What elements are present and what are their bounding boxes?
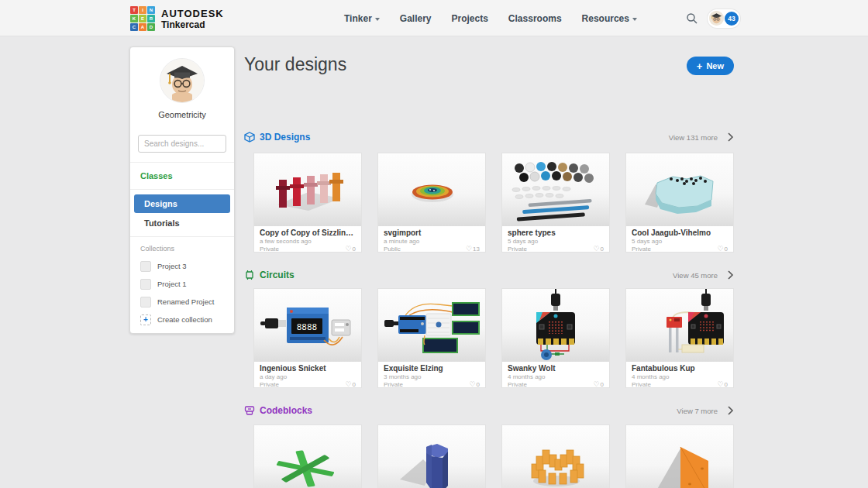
logo-tile: K — [130, 15, 138, 22]
chevron-right-icon[interactable] — [727, 132, 734, 142]
tinkercad-logo[interactable]: T I N K E R C A D AUTODESK Tinkercad — [130, 6, 224, 31]
search-icon[interactable] — [686, 12, 698, 25]
thumbnail-sizzling — [254, 153, 361, 226]
view-more-link[interactable]: View 45 more — [673, 271, 718, 280]
card-row-codeblocks: copy of Brave Kasi-Wluffdfas 3 minutes a… — [253, 424, 734, 488]
section-title[interactable]: Circuits — [260, 270, 294, 280]
likes: ♡0 — [345, 246, 356, 253]
design-privacy: Private — [508, 246, 527, 253]
likes-count: 0 — [725, 246, 728, 253]
main-nav: Tinker Gallery Projects Classrooms Resou… — [344, 0, 637, 36]
nav-projects[interactable]: Projects — [452, 13, 488, 24]
design-card[interactable]: 8888 Ingenious Snicket a day ago Private… — [253, 288, 362, 388]
section-header-3d-designs: 3D Designs View 131 more — [244, 132, 734, 143]
collection-icon — [140, 297, 151, 308]
section-title[interactable]: 3D Designs — [260, 132, 310, 143]
design-time: a few seconds ago — [260, 238, 356, 245]
design-title: Exquisite Elzing — [384, 364, 480, 373]
logo-tile: C — [130, 23, 138, 31]
design-card[interactable]: customized sine wave bracelet 3 years ag… — [501, 424, 610, 488]
heart-icon: ♡ — [717, 246, 723, 253]
design-privacy: Private — [632, 381, 651, 388]
chip-icon — [244, 270, 255, 280]
likes-count: 0 — [601, 246, 604, 253]
sidebar-nav: Designs Tutorials — [130, 190, 234, 237]
chevron-right-icon[interactable] — [727, 406, 734, 415]
collection-project-3[interactable]: Project 3 — [130, 257, 234, 275]
profile-block: Geometricity — [130, 47, 234, 127]
nav-classrooms[interactable]: Classrooms — [508, 13, 562, 24]
brand-autodesk: AUTODESK — [161, 8, 224, 19]
logo-tile: N — [147, 6, 155, 14]
account-menu[interactable]: 43 — [708, 9, 740, 28]
design-time: 4 months ago — [508, 373, 604, 380]
likes-count: 0 — [353, 381, 356, 388]
new-design-button[interactable]: + New — [687, 57, 734, 75]
collection-renamed-project[interactable]: Renamed Project — [130, 293, 234, 311]
sidebar-item-designs[interactable]: Designs — [134, 194, 230, 213]
design-card[interactable]: Cool Jaagub-Vihelmo 5 days ago Private ♡… — [625, 153, 734, 253]
design-card[interactable]: Fantabulous Kup 4 months ago Private ♡0 — [625, 288, 734, 388]
likes-count: 0 — [601, 381, 604, 388]
logo-tile: I — [139, 6, 146, 14]
collection-project-1[interactable]: Project 1 — [130, 275, 234, 293]
likes-count: 0 — [353, 246, 356, 253]
design-card[interactable]: Copy of Copy of Sizzling Maimu-G... a fe… — [253, 153, 362, 253]
notification-badge[interactable]: 43 — [725, 12, 739, 26]
nav-resources[interactable]: Resources — [582, 13, 637, 24]
tinkercad-logo-icon: T I N K E R C A D — [130, 6, 155, 31]
plus-icon: + — [140, 314, 151, 325]
collections-label: Collections — [130, 243, 234, 257]
search-designs-input[interactable] — [138, 135, 226, 153]
heart-icon: ♡ — [717, 381, 723, 388]
thumbnail-sphere-types — [502, 153, 609, 226]
design-card[interactable]: Exquisite Elzing 3 months ago Private ♡0 — [377, 288, 486, 388]
design-card[interactable]: svgimport a minute ago Public ♡13 — [377, 153, 486, 253]
heart-icon: ♡ — [593, 246, 599, 253]
likes-count: 0 — [477, 381, 480, 388]
nav-gallery[interactable]: Gallery — [400, 13, 432, 24]
thumbnail-robo — [378, 425, 485, 488]
thumbnail-kasi — [254, 425, 361, 488]
likes: ♡0 — [593, 246, 604, 253]
avatar — [709, 11, 724, 26]
design-time: a day ago — [260, 373, 356, 380]
heart-icon: ♡ — [345, 381, 351, 388]
design-time: a minute ago — [384, 238, 480, 245]
likes-count: 0 — [725, 381, 728, 388]
design-card[interactable]: copy of Brave Kasi-Wluffdfas 3 minutes a… — [253, 424, 362, 488]
brand-text: AUTODESK Tinkercad — [161, 8, 224, 30]
design-card[interactable]: Glorious Robo 2 years ago Private ♡0 — [377, 424, 486, 488]
nav-tinker[interactable]: Tinker — [344, 13, 380, 24]
view-more-link[interactable]: View 7 more — [677, 407, 718, 415]
heart-icon: ♡ — [466, 246, 472, 253]
collections-block: Collections Project 3 Project 1 Renamed … — [130, 237, 234, 333]
design-card[interactable]: sphere types 5 days ago Private ♡0 — [501, 153, 610, 253]
chevron-down-icon — [375, 18, 380, 21]
logo-tile: A — [139, 23, 146, 31]
heart-icon: ♡ — [593, 381, 599, 388]
chevron-right-icon[interactable] — [727, 270, 734, 280]
profile-avatar[interactable] — [160, 58, 205, 103]
view-more-link[interactable]: View 131 more — [669, 133, 718, 142]
brand-tinkercad: Tinkercad — [161, 19, 224, 30]
design-title: svgimport — [384, 229, 480, 237]
create-collection-button[interactable]: + Create collection — [130, 311, 234, 328]
likes-count: 13 — [473, 246, 480, 253]
likes: ♡0 — [345, 381, 356, 388]
design-time: 4 months ago — [632, 373, 728, 380]
design-privacy: Private — [508, 381, 527, 388]
design-card[interactable]: Swanky Wolt 4 months ago Private ♡0 — [501, 288, 610, 388]
username: Geometricity — [130, 110, 234, 119]
plus-icon: + — [697, 61, 703, 71]
design-title: Copy of Copy of Sizzling Maimu-G... — [260, 229, 356, 237]
design-privacy: Public — [384, 246, 401, 253]
section-header-codeblocks: Codeblocks View 7 more — [244, 405, 734, 416]
svg-text:8888: 8888 — [297, 322, 318, 332]
design-card[interactable]: copy of Swiss Cheese 4 years ago Private… — [625, 424, 734, 488]
sidebar: Geometricity Classes Designs Tutorials C… — [129, 46, 235, 334]
sidebar-item-classes[interactable]: Classes — [130, 163, 234, 190]
section-title[interactable]: Codeblocks — [260, 405, 312, 416]
sidebar-item-tutorials[interactable]: Tutorials — [134, 214, 230, 232]
thumbnail-kup — [626, 289, 733, 362]
